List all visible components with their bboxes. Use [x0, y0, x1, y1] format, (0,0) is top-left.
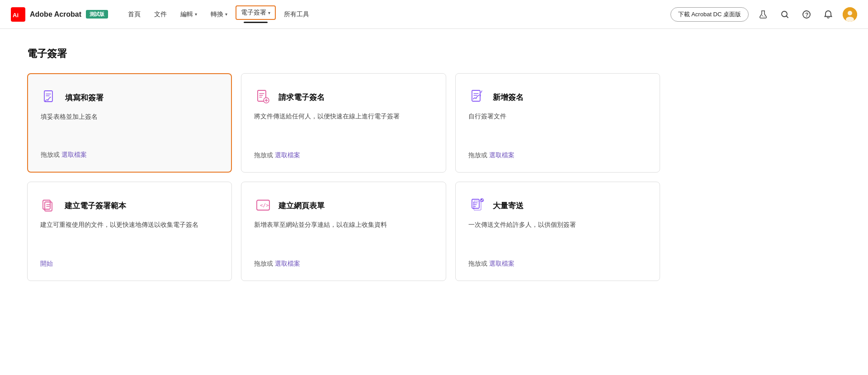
card-add-sign-select-link[interactable]: 選取檔案 — [489, 151, 514, 159]
card-add-sign-header: 新增簽名 — [468, 88, 647, 106]
svg-point-3 — [764, 16, 764, 17]
header: Ai Adobe Acrobat 測試版 首頁 文件 編輯 ▾ 轉換 ▾ 電子簽… — [0, 0, 868, 29]
search-icon-btn[interactable] — [778, 7, 792, 22]
card-request-sign-drag-text: 拖放或 — [254, 151, 273, 159]
card-add-sign[interactable]: 新增簽名 自行簽署文件 拖放或 選取檔案 — [455, 73, 660, 173]
card-web-form-select-link[interactable]: 選取檔案 — [275, 260, 300, 267]
card-add-sign-title: 新增簽名 — [493, 92, 524, 103]
svg-rect-13 — [472, 90, 480, 101]
fill-sign-icon — [41, 89, 59, 107]
card-request-sign-title: 請求電子簽名 — [278, 92, 325, 103]
card-grid: 填寫和簽署 填妥表格並加上簽名 拖放或 選取檔案 請求電子簽名 — [27, 73, 660, 281]
chevron-down-icon: ▾ — [268, 10, 270, 15]
web-form-icon: </> — [254, 197, 272, 215]
page-title: 電子簽署 — [27, 47, 841, 61]
nav-tools[interactable]: 所有工具 — [278, 8, 315, 21]
card-add-sign-action: 拖放或 選取檔案 — [468, 151, 647, 159]
nav-edit[interactable]: 編輯 ▾ — [175, 8, 203, 21]
trial-badge: 測試版 — [86, 10, 108, 19]
svg-point-8 — [848, 11, 852, 15]
flask-icon-btn[interactable] — [756, 7, 770, 22]
app-name: Adobe Acrobat — [30, 10, 81, 19]
card-bulk-send-title: 大量寄送 — [493, 201, 524, 211]
card-create-template-start-link[interactable]: 開始 — [40, 260, 53, 267]
card-web-form-title: 建立網頁表單 — [278, 201, 325, 211]
nav: 首頁 文件 編輯 ▾ 轉換 ▾ 電子簽署 ▾ 所有工具 — [123, 5, 670, 23]
card-fill-sign[interactable]: 填寫和簽署 填妥表格並加上簽名 拖放或 選取檔案 — [27, 73, 232, 173]
bulk-send-icon — [468, 197, 486, 215]
card-create-template-header: 建立電子簽署範本 — [40, 197, 219, 215]
template-icon — [40, 197, 58, 215]
card-request-sign-select-link[interactable]: 選取檔案 — [275, 151, 300, 159]
svg-text:</>: </> — [260, 202, 269, 208]
card-bulk-send-action: 拖放或 選取檔案 — [468, 260, 647, 268]
card-fill-sign-drag-text: 拖放或 — [41, 151, 60, 158]
card-create-template-desc: 建立可重複使用的文件，以更快速地傳送以收集電子簽名 — [40, 220, 219, 254]
chevron-down-icon: ▾ — [225, 12, 227, 17]
svg-text:?: ? — [805, 12, 808, 18]
nav-esign-wrapper: 電子簽署 ▾ — [236, 5, 276, 23]
chevron-down-icon: ▾ — [195, 12, 197, 17]
card-fill-sign-header: 填寫和簽署 — [41, 89, 218, 107]
card-web-form-header: </> 建立網頁表單 — [254, 197, 433, 215]
card-bulk-send[interactable]: 大量寄送 一次傳送文件給許多人，以供個別簽署 拖放或 選取檔案 — [455, 182, 660, 281]
card-request-sign-desc: 將文件傳送給任何人，以便快速在線上進行電子簽署 — [254, 112, 433, 146]
svg-text:Ai: Ai — [13, 12, 19, 19]
svg-point-2 — [762, 15, 763, 16]
card-fill-sign-action: 拖放或 選取檔案 — [41, 151, 218, 159]
svg-rect-20 — [474, 201, 481, 210]
card-add-sign-desc: 自行簽署文件 — [468, 112, 647, 146]
nav-esign[interactable]: 電子簽署 ▾ — [236, 5, 276, 20]
card-create-template[interactable]: 建立電子簽署範本 建立可重複使用的文件，以更快速地傳送以收集電子簽名 開始 — [27, 182, 232, 281]
svg-rect-19 — [472, 199, 479, 208]
logo-area: Ai Adobe Acrobat 測試版 — [11, 7, 108, 22]
card-bulk-send-desc: 一次傳送文件給許多人，以供個別簽署 — [468, 220, 647, 254]
card-add-sign-drag-text: 拖放或 — [468, 151, 487, 159]
card-create-template-action: 開始 — [40, 260, 219, 268]
card-request-sign[interactable]: 請求電子簽名 將文件傳送給任何人，以便快速在線上進行電子簽署 拖放或 選取檔案 — [241, 73, 446, 173]
card-create-template-title: 建立電子簽署範本 — [65, 201, 126, 211]
download-button[interactable]: 下載 Acrobat DC 桌面版 — [670, 7, 749, 22]
request-sign-icon — [254, 88, 272, 106]
svg-line-14 — [481, 91, 482, 93]
add-sign-icon — [468, 88, 486, 106]
card-web-form-desc: 新增表單至網站並分享連結，以在線上收集資料 — [254, 220, 433, 254]
card-bulk-send-drag-text: 拖放或 — [468, 260, 487, 267]
card-request-sign-action: 拖放或 選取檔案 — [254, 151, 433, 159]
card-web-form-action: 拖放或 選取檔案 — [254, 260, 433, 268]
nav-home[interactable]: 首頁 — [123, 8, 146, 21]
card-bulk-send-select-link[interactable]: 選取檔案 — [489, 260, 514, 267]
nav-active-underline — [244, 22, 268, 23]
header-right: 下載 Acrobat DC 桌面版 ? — [670, 7, 857, 22]
acrobat-logo[interactable]: Ai — [11, 7, 25, 22]
main-content: 電子簽署 填寫和簽署 填妥表格並加上簽名 拖放或 選取檔案 — [0, 29, 868, 299]
card-fill-sign-select-link[interactable]: 選取檔案 — [61, 151, 87, 158]
nav-convert[interactable]: 轉換 ▾ — [205, 8, 233, 21]
card-web-form-drag-text: 拖放或 — [254, 260, 273, 267]
card-bulk-send-header: 大量寄送 — [468, 197, 647, 215]
nav-docs[interactable]: 文件 — [149, 8, 172, 21]
card-fill-sign-title: 填寫和簽署 — [65, 93, 104, 103]
card-web-form[interactable]: </> 建立網頁表單 新增表單至網站並分享連結，以在線上收集資料 拖放或 選取檔… — [241, 182, 446, 281]
notifications-icon-btn[interactable] — [821, 7, 835, 22]
card-request-sign-header: 請求電子簽名 — [254, 88, 433, 106]
avatar[interactable] — [843, 7, 857, 22]
help-icon-btn[interactable]: ? — [799, 7, 814, 22]
card-fill-sign-desc: 填妥表格並加上簽名 — [41, 112, 218, 145]
